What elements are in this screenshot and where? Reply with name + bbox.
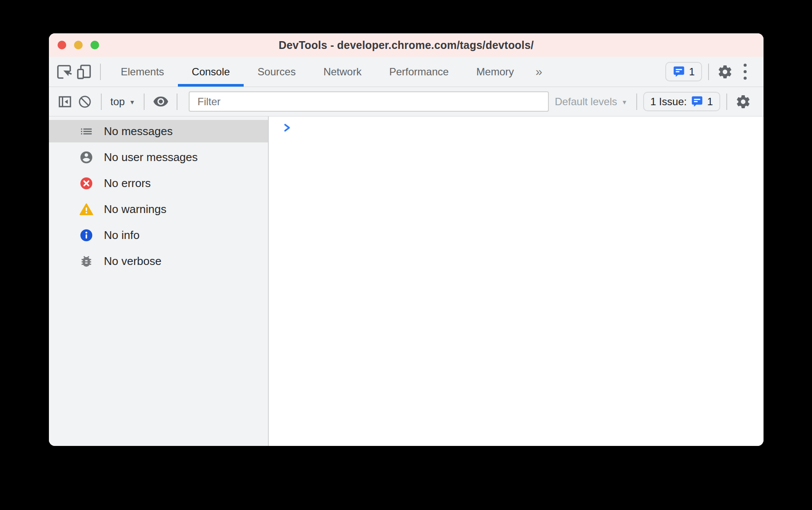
issue-bubble-icon (673, 65, 685, 78)
issue-toolbar-button[interactable]: 1 Issue: 1 (643, 92, 720, 111)
console-content: No messages No user messages No errors (49, 116, 764, 446)
tab-elements[interactable]: Elements (107, 57, 178, 87)
gear-icon (717, 64, 733, 80)
toggle-device-toolbar-button[interactable] (74, 62, 94, 82)
sidebar-item-label: No verbose (104, 255, 161, 268)
divider (144, 94, 145, 110)
panel-tab-bar: Elements Console Sources Network Perform… (49, 57, 764, 87)
tab-console-label: Console (192, 66, 230, 78)
console-settings-button[interactable] (733, 92, 753, 112)
sidebar-item-label: No errors (104, 177, 151, 190)
context-label: top (110, 96, 125, 108)
divider (177, 94, 177, 110)
window-title: DevTools - developer.chrome.com/tags/dev… (279, 39, 534, 52)
sidebar-item-user-messages[interactable]: No user messages (49, 146, 268, 168)
gear-icon (735, 94, 751, 110)
console-prompt[interactable] (269, 116, 764, 133)
user-icon (79, 150, 93, 165)
close-window-button[interactable] (58, 41, 66, 49)
javascript-context-selector[interactable]: top ▼ (108, 96, 138, 108)
issue-count: 1 (707, 96, 713, 108)
console-sidebar: No messages No user messages No errors (49, 116, 269, 446)
more-tabs-button[interactable]: » (528, 65, 550, 79)
sidebar-item-label: No warnings (104, 203, 167, 216)
error-icon (79, 176, 93, 190)
inspect-cursor-icon (56, 64, 72, 80)
sidebar-item-all-messages[interactable]: No messages (49, 120, 268, 142)
tab-network[interactable]: Network (309, 57, 375, 87)
traffic-lights (58, 41, 99, 49)
inspect-element-button[interactable] (54, 62, 74, 82)
sidebar-item-info[interactable]: No info (49, 224, 268, 246)
chevron-down-icon: ▼ (129, 97, 135, 106)
issues-counter-button[interactable]: 1 (665, 62, 702, 81)
issue-label: 1 Issue: (651, 96, 687, 108)
tab-sources[interactable]: Sources (244, 57, 309, 87)
toggle-console-sidebar-button[interactable] (55, 92, 75, 112)
sidebar-item-verbose[interactable]: No verbose (49, 250, 268, 272)
tab-console[interactable]: Console (178, 57, 244, 87)
issues-count: 1 (689, 66, 695, 78)
eye-icon (153, 94, 169, 110)
create-live-expression-button[interactable] (151, 92, 171, 112)
list-icon (79, 124, 93, 139)
sidebar-item-errors[interactable]: No errors (49, 172, 268, 194)
chevron-down-icon: ▼ (622, 97, 628, 106)
console-prompt-icon (281, 122, 293, 133)
block-icon (77, 94, 92, 109)
clear-console-button[interactable] (75, 92, 95, 112)
minimize-window-button[interactable] (74, 41, 83, 49)
divider (636, 94, 637, 110)
bug-icon (79, 254, 93, 268)
tab-performance[interactable]: Performance (375, 57, 462, 87)
more-options-button[interactable] (735, 62, 755, 82)
tab-memory[interactable]: Memory (463, 57, 528, 87)
kebab-menu-icon (744, 64, 747, 80)
sidebar-item-label: No user messages (104, 151, 198, 164)
log-levels-label: Default levels (555, 96, 617, 108)
warning-icon (79, 202, 93, 216)
divider (708, 64, 709, 80)
divider (101, 94, 102, 110)
sidebar-item-label: No info (104, 229, 139, 242)
sidebar-item-warnings[interactable]: No warnings (49, 198, 268, 220)
console-pane[interactable] (269, 116, 764, 446)
title-bar: DevTools - developer.chrome.com/tags/dev… (49, 33, 764, 57)
sidebar-item-label: No messages (104, 125, 173, 138)
log-levels-selector[interactable]: Default levels ▼ (552, 96, 630, 108)
divider (726, 94, 727, 110)
zoom-window-button[interactable] (90, 41, 99, 49)
filter-input[interactable] (189, 91, 548, 112)
issue-bubble-icon (691, 95, 703, 108)
divider (100, 64, 101, 80)
devtools-window: DevTools - developer.chrome.com/tags/dev… (49, 33, 764, 446)
device-toolbar-icon (76, 64, 92, 80)
info-icon (79, 228, 93, 242)
settings-button[interactable] (715, 62, 735, 82)
sidebar-toggle-icon (57, 94, 73, 110)
console-toolbar: top ▼ Default levels ▼ 1 Issue: 1 (49, 87, 764, 116)
active-tab-underline (178, 84, 244, 87)
